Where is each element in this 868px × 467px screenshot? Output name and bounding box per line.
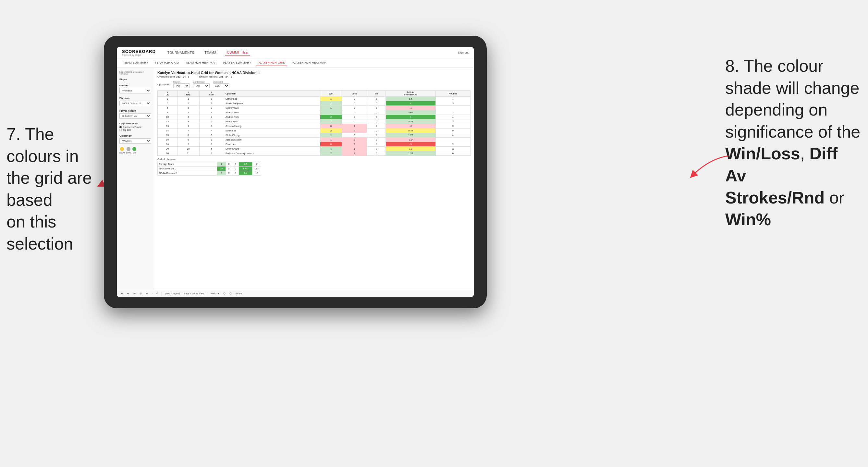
toolbar-refresh[interactable]: ⟳ (155, 292, 160, 295)
sec-nav-player-summary[interactable]: PLAYER SUMMARY (222, 60, 252, 66)
cell-rounds (435, 106, 470, 110)
cell-rounds: 6 (435, 151, 470, 156)
sec-nav-player-h2h-heatmap[interactable]: PLAYER H2H HEATMAP (290, 60, 328, 66)
cell-tie: 0 (367, 137, 386, 142)
sidebar-colour-by-select[interactable]: Win/loss (119, 138, 151, 144)
legend-level: Level (126, 147, 131, 154)
nav-sign-out[interactable]: Sign out (458, 51, 469, 54)
cell-loss: 0 (342, 133, 367, 137)
toolbar-share[interactable]: Share (235, 292, 243, 295)
sec-nav-team-h2h-heatmap[interactable]: TEAM H2H HEATMAP (184, 60, 218, 66)
toolbar-watch[interactable]: Watch ▾ (209, 292, 220, 295)
toolbar-undo[interactable]: ↩ (120, 292, 124, 295)
cell-rounds: 11 (435, 147, 470, 151)
cell-opponent: Andrea York (224, 115, 320, 119)
sidebar-gender-select[interactable]: Women's (119, 88, 151, 93)
col-conf: #Conf (199, 91, 224, 97)
logo-area: SCOREBOARD Powered by clippd (122, 49, 156, 56)
filter-region: Region (All) (173, 81, 190, 88)
cell-conf: 4 (199, 128, 224, 133)
cell-div: 13 (158, 124, 178, 128)
toolbar-divider-2 (207, 291, 207, 296)
cell-div: 3 (158, 97, 178, 101)
sec-nav-team-h2h-grid[interactable]: TEAM H2H GRID (153, 60, 180, 66)
toolbar-redo[interactable]: ↪ (132, 292, 136, 295)
cell-tie: 0 (367, 128, 386, 133)
sidebar-gender-section: Gender Women's (119, 84, 151, 93)
annotation-left: 7. The colours in the grid are based on … (6, 123, 110, 255)
grid-title: Katelyn Vo Head-to-Head Grid for Women's… (157, 71, 470, 75)
cell-rounds: 3 (435, 101, 470, 106)
legend-dot-level (127, 147, 130, 151)
cell-tie: 0 (367, 142, 386, 147)
cell-tie: 0 (367, 133, 386, 137)
cell-conf: 6 (199, 147, 224, 151)
cell-reg: 1 (177, 110, 199, 115)
cell-rounds: 4 (435, 133, 470, 137)
cell-conf: 2 (199, 142, 224, 147)
toolbar-dot: · (151, 292, 153, 295)
cell-loss: 1 (342, 151, 367, 156)
table-row: 20 10 6 Emily Chang 4 1 0 0.3 11 (158, 147, 470, 151)
sidebar-player-rank-select[interactable]: 8. Katelyn Vo (119, 113, 151, 119)
cell-tie: 0 (367, 106, 386, 110)
cell-loss: 3 (342, 142, 367, 147)
cell-div: 9 (158, 110, 178, 115)
sidebar-division-select[interactable]: NCAA Division III (119, 101, 151, 106)
ood-cell-name: NCAA Division 2 (158, 171, 217, 176)
left-sidebar: Last Updated: 27/03/2024 16:55:38 Player… (117, 68, 154, 295)
filter-opponent: Opponent (All) (213, 81, 229, 88)
nav-teams[interactable]: TEAMS (203, 50, 218, 56)
cell-diff: -3 (386, 124, 435, 128)
radio-opponents-played[interactable]: Opponents Played (119, 126, 151, 128)
cell-opponent: Stella Cheng (224, 133, 320, 137)
cell-tie: 1 (367, 97, 386, 101)
cell-diff: 1.5 (386, 97, 435, 101)
toolbar-back[interactable]: ↩ (145, 292, 149, 295)
table-row: 14 7 4 Eunice Yi 2 2 0 0.38 9 (158, 128, 470, 133)
filter-conference-select[interactable]: (All) (193, 84, 210, 88)
toolbar-grid[interactable]: ⊡ (138, 292, 143, 295)
ood-cell-win: 5 (217, 171, 225, 176)
sec-nav-team-summary[interactable]: TEAM SUMMARY (122, 60, 150, 66)
nav-right: Sign out (458, 51, 469, 54)
cell-tie: 0 (367, 124, 386, 128)
table-row: 16 9 1 Jessica Mason 1 2 0 -0.94 (158, 137, 470, 142)
sidebar-colour-by-label: Colour by (119, 134, 151, 137)
toolbar-undo2[interactable]: ↩ (126, 292, 130, 295)
nav-tournaments[interactable]: TOURNAMENTS (165, 50, 196, 56)
cell-conf: 7 (199, 151, 224, 156)
toolbar-icon1[interactable]: ⬡ (222, 292, 226, 295)
cell-rounds: 4 (435, 97, 470, 101)
radio-top100[interactable]: Top 100 (119, 129, 151, 131)
toolbar-save-custom[interactable]: Save Custom View (183, 292, 205, 295)
ood-cell-win: 1 (217, 162, 225, 166)
toolbar-icon2[interactable]: ⬡ (228, 292, 232, 295)
toolbar-view-original[interactable]: View: Original (164, 292, 181, 295)
sidebar-timestamp: Last Updated: 27/03/2024 16:55:38 (119, 71, 151, 75)
sidebar-opponent-view-label: Opponent view (119, 122, 151, 125)
cell-win: 0 (320, 124, 342, 128)
cell-opponent: Eunice Yi (224, 128, 320, 133)
out-of-division-table: Foreign Team 1 0 0 4.5 2 NAIA Division 1… (157, 162, 261, 176)
cell-opponent: Federica Domecq Lacroze (224, 151, 320, 156)
table-row: 10 6 3 Andrea York 2 0 0 4 4 (158, 115, 470, 119)
table-row: 20 11 7 Federica Domecq Lacroze 2 1 0 1.… (158, 151, 470, 156)
ood-cell-diff: 9.267 (239, 166, 252, 171)
cell-div: 13 (158, 119, 178, 124)
ood-cell-tie: 0 (232, 171, 239, 176)
cell-conf: 1 (199, 97, 224, 101)
sidebar-division-label: Division (119, 97, 151, 100)
cell-tie: 0 (367, 151, 386, 156)
cell-div: 16 (158, 137, 178, 142)
col-loss: Loss (342, 91, 367, 97)
cell-opponent: Sydney Kuo (224, 106, 320, 110)
nav-committee[interactable]: COMMITTEE (225, 49, 250, 56)
cell-rounds: 9 (435, 128, 470, 133)
sec-nav-player-h2h-grid[interactable]: PLAYER H2H GRID (256, 60, 286, 66)
filter-region-select[interactable]: (All) (173, 84, 190, 88)
cell-tie: 0 (367, 101, 386, 106)
cell-reg: 11 (177, 151, 199, 156)
filter-opponent-select[interactable]: (All) (213, 84, 229, 88)
cell-conf: 3 (199, 106, 224, 110)
